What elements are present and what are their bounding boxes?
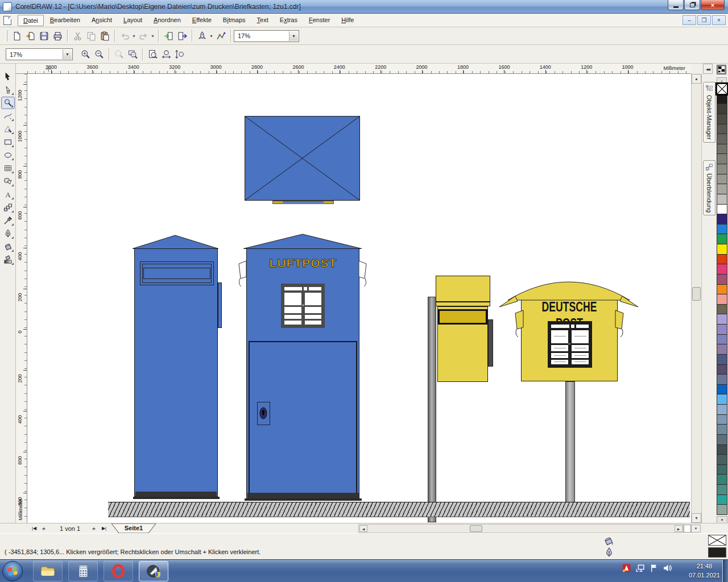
save-icon[interactable] <box>37 29 51 43</box>
show-desktop-button[interactable] <box>722 560 728 582</box>
open-icon[interactable] <box>23 29 37 43</box>
swatch-358376[interactable] <box>717 474 727 485</box>
scroll-right-icon[interactable]: ▶ <box>675 525 682 532</box>
swatch-574c69[interactable] <box>717 364 727 375</box>
scroll-down-icon[interactable]: ▼ <box>692 513 701 523</box>
swatch-75726c[interactable] <box>717 144 727 155</box>
swatch-e63a75[interactable] <box>717 264 727 275</box>
smart-drawing-tool[interactable] <box>1 123 15 135</box>
print-icon[interactable] <box>51 29 64 43</box>
paste-icon[interactable] <box>98 29 111 43</box>
docker-tab-berblendung[interactable]: Überblendung <box>703 160 715 215</box>
swatch-706553[interactable] <box>717 304 727 315</box>
swatch-9c9993[interactable] <box>717 174 727 185</box>
basic-shapes-tool[interactable] <box>1 175 15 188</box>
docker-tab-objektmanager[interactable]: Objekt-Manager <box>703 82 715 143</box>
swatch-9388c3[interactable] <box>717 324 727 335</box>
swatch-4e5986[interactable] <box>717 354 727 365</box>
menu-effekte[interactable]: Effekte <box>187 15 217 26</box>
zoom-all-objects-icon[interactable] <box>126 48 139 61</box>
menu-anordnen[interactable]: Anordnen <box>148 15 186 26</box>
swatch-f28a1a[interactable] <box>717 284 727 295</box>
cut-icon[interactable] <box>71 29 84 43</box>
swatch-no-fill[interactable] <box>717 84 727 94</box>
swatch-8f8c86[interactable] <box>717 164 727 174</box>
doc-restore-button[interactable]: ❐ <box>697 15 711 25</box>
page-tab-seite1[interactable]: Seite1 <box>111 523 156 534</box>
menu-ansicht[interactable]: Ansicht <box>86 15 117 26</box>
scroll-up-icon[interactable]: ▲ <box>692 74 701 84</box>
outline-tool[interactable] <box>1 227 15 240</box>
pick-tool[interactable] <box>1 70 15 83</box>
swatch-2ba59b[interactable] <box>717 494 727 505</box>
network-tray-icon[interactable] <box>635 563 645 574</box>
scroll-left-icon[interactable]: ◀ <box>359 525 367 532</box>
first-page-button[interactable]: |◀ <box>30 524 39 533</box>
scrollbar-end-button[interactable]: ▼ <box>691 525 701 533</box>
drawing-canvas[interactable]: LUFTPOST DEUTSCHE POST <box>27 74 691 523</box>
freehand-tool[interactable] <box>1 110 15 122</box>
yellow-mailbox-pole[interactable] <box>428 297 436 522</box>
fill-tool[interactable] <box>1 240 15 253</box>
avira-tray-icon[interactable] <box>622 563 631 574</box>
menu-fenster[interactable]: Fenster <box>304 15 335 26</box>
swatch-414e51[interactable] <box>717 444 727 455</box>
swatch-686560[interactable] <box>717 134 727 144</box>
swatch-90accf[interactable] <box>717 404 727 415</box>
launcher-dropdown-icon[interactable]: ▼ <box>209 29 214 43</box>
taskbar-opera[interactable] <box>104 561 133 581</box>
doc-minimize-button[interactable]: – <box>682 15 696 25</box>
volume-tray-icon[interactable] <box>663 563 672 574</box>
zoom-out-icon[interactable] <box>92 48 106 61</box>
swatch-dd3e0d[interactable] <box>717 254 727 265</box>
redo-icon[interactable] <box>136 29 150 43</box>
deutsche-post-info-plate[interactable] <box>548 321 592 368</box>
swatch-486062[interactable] <box>717 454 727 465</box>
yellow-mailbox-slot[interactable] <box>438 309 487 325</box>
swatch-708b9d[interactable] <box>717 424 727 435</box>
import-icon[interactable] <box>162 29 175 43</box>
swatch-827f79[interactable] <box>717 153 727 164</box>
interactive-fill-tool[interactable] <box>1 253 15 266</box>
swatch-c3c0ba[interactable] <box>717 194 727 205</box>
vertical-ruler[interactable]: Millimeter 12001000800600400200020040060… <box>16 74 27 523</box>
palette-options-icon[interactable] <box>717 65 726 74</box>
copy-icon[interactable] <box>84 29 98 43</box>
menu-layout[interactable]: Layout <box>118 15 147 26</box>
blue-pillar-mailbox-body[interactable] <box>134 248 218 497</box>
application-launcher-icon[interactable] <box>195 29 209 43</box>
swatch-a45073[interactable] <box>717 274 727 285</box>
undo-dropdown-icon[interactable]: ▼ <box>131 29 136 43</box>
swatch-7c83bc[interactable] <box>717 334 727 345</box>
toolbar-grip[interactable] <box>6 30 7 41</box>
add-page-before-button[interactable]: + <box>40 524 48 533</box>
vertical-scrollbar[interactable]: ▲ ▼ <box>691 74 701 523</box>
ruler-origin-icon[interactable] <box>46 66 52 72</box>
undo-icon[interactable] <box>118 29 131 43</box>
swatch-1f9e54[interactable] <box>717 234 727 244</box>
menu-hilfe[interactable]: Hilfe <box>336 15 359 26</box>
swatch-5b5852[interactable] <box>717 124 727 135</box>
swatch-1c1c1c[interactable] <box>717 94 727 105</box>
title-bar[interactable]: CorelDRAW 12 - [C:\Users\Mario\Desktop\E… <box>0 0 728 14</box>
swatch-4e4b45[interactable] <box>717 114 727 124</box>
zoom-page-width-icon[interactable] <box>159 48 173 61</box>
menu-bearbeiten[interactable]: Bearbeiten <box>45 15 85 26</box>
ellipse-tool[interactable] <box>1 149 15 161</box>
swatch-413e39[interactable] <box>717 103 727 114</box>
swatch-8b7ba6[interactable] <box>717 344 727 355</box>
swatch-a9a6a0[interactable] <box>717 184 727 194</box>
shape-tool[interactable] <box>1 84 15 96</box>
swatch-2f2276[interactable] <box>717 214 727 225</box>
redo-dropdown-icon[interactable]: ▼ <box>150 29 155 43</box>
combo-arrow-icon[interactable]: ▼ <box>63 49 72 59</box>
zoom-selected-icon[interactable] <box>112 48 126 61</box>
corel-online-icon[interactable] <box>214 29 228 43</box>
minimize-button[interactable] <box>668 0 684 10</box>
horizontal-ruler[interactable]: Millimeter 38003600340032003000280026002… <box>27 64 691 74</box>
ground-hatch[interactable] <box>108 502 690 517</box>
close-button[interactable]: × <box>701 0 725 10</box>
swatch-8fa69b[interactable] <box>717 504 727 515</box>
swatch-406a64[interactable] <box>717 464 727 475</box>
zoom-level-combo[interactable]: 17% ▼ <box>234 30 299 42</box>
